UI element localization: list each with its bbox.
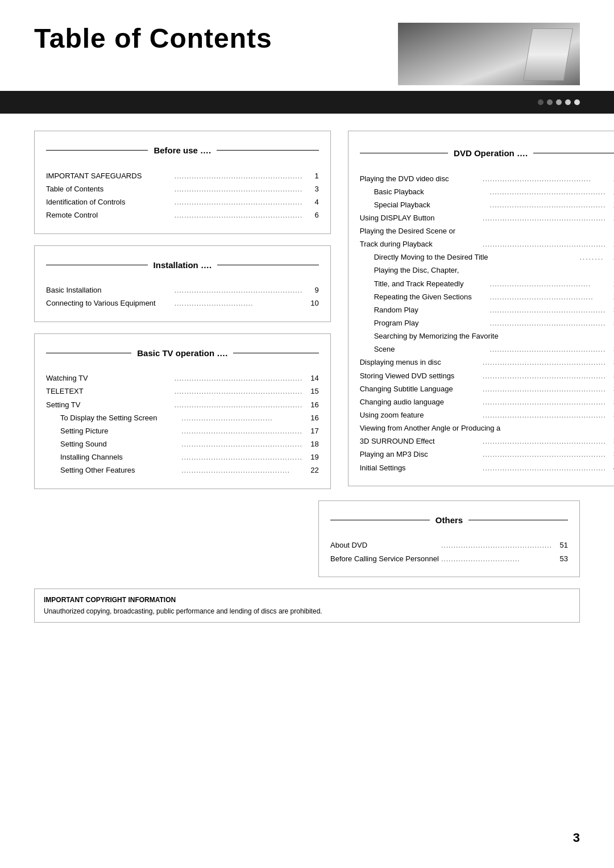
before-use-section: Before use …. IMPORTANT SAFEGUARDS .....…	[34, 131, 331, 234]
before-use-content: IMPORTANT SAFEGUARDS ...................…	[46, 164, 319, 222]
others-line-right	[468, 520, 568, 520]
toc-item-watching-tv: Watching TV ............................…	[46, 372, 319, 385]
dot4	[565, 99, 571, 105]
basic-tv-content: Watching TV ............................…	[46, 366, 319, 477]
toc-dvd-special-playback: Special Playback .......................…	[360, 198, 614, 211]
copyright-box: IMPORTANT COPYRIGHT INFORMATION Unauthor…	[34, 589, 580, 623]
right-column: DVD Operation …. Playing the DVD video d…	[348, 131, 614, 489]
others-line-left	[330, 520, 430, 520]
toc-dvd-initial: Initial Settings .......................…	[360, 461, 614, 474]
basic-tv-header: Basic TV operation ….	[46, 348, 319, 358]
toc-dvd-track-playback: Track during Playback ..................…	[360, 238, 614, 251]
toc-dvd-playing-disc: Playing the Disc, Chapter,	[360, 264, 614, 277]
toc-dvd-zoom: Using zoom feature .....................…	[360, 409, 614, 422]
install-line-right	[217, 265, 319, 265]
before-use-title: Before use ….	[148, 145, 217, 155]
toc-item-other-features: Setting Other Features .................…	[46, 464, 319, 477]
toc-dvd-mp3: Playing an MP3 Disc ....................…	[360, 448, 614, 461]
toc-item-setting-sound: Setting Sound ..........................…	[46, 438, 319, 451]
page-title: Table of Contents	[34, 23, 398, 54]
toc-dvd-repeating: Repeating the Given Sections ...........…	[360, 290, 614, 303]
dark-band-decoration	[0, 91, 614, 114]
others-title: Others	[430, 515, 468, 525]
dvd-header: DVD Operation ….	[360, 148, 614, 158]
page: Table of Contents Before use ….	[0, 0, 614, 868]
others-wrapper: Others About DVD .......................…	[0, 500, 614, 577]
install-line-left	[46, 265, 148, 265]
toc-item-safeguards: IMPORTANT SAFEGUARDS ...................…	[46, 169, 319, 182]
header-area: Table of Contents	[0, 0, 614, 85]
before-use-header: Before use ….	[46, 145, 319, 155]
toc-dvd-program: Program Play ...........................…	[360, 317, 614, 330]
toc-item-setting-picture: Setting Picture ........................…	[46, 424, 319, 437]
basic-tv-title: Basic TV operation ….	[131, 348, 233, 358]
left-column: Before use …. IMPORTANT SAFEGUARDS .....…	[34, 131, 331, 489]
toc-item-installing-channels: Installing Channels ....................…	[46, 451, 319, 464]
toc-dvd-desired-scene: Playing the Desired Scene or	[360, 225, 614, 238]
dvd-line-right	[533, 153, 614, 153]
header-line-right	[217, 150, 318, 151]
tv-line-right	[233, 353, 318, 353]
dvd-operation-section: DVD Operation …. Playing the DVD video d…	[348, 131, 614, 486]
toc-item-teletext: TELETEXT ...............................…	[46, 385, 319, 398]
toc-item-basic-install: Basic Installation .....................…	[46, 284, 319, 297]
copyright-text: Unauthorized copying, broadcasting, publ…	[44, 607, 570, 615]
toc-item-contents: Table of Contents ......................…	[46, 182, 319, 195]
dots-decoration	[538, 99, 580, 105]
main-content: Before use …. IMPORTANT SAFEGUARDS .....…	[0, 119, 614, 500]
tv-line-left	[46, 353, 131, 353]
toc-about-dvd: About DVD ..............................…	[330, 539, 568, 552]
toc-dvd-searching: Searching by Memorizing the Favorite	[360, 330, 614, 343]
toc-dvd-random: Random Play ............................…	[360, 303, 614, 316]
dvd-content: Playing the DVD video disc .............…	[360, 166, 614, 474]
dot3	[556, 99, 562, 105]
toc-before-calling: Before Calling Service Personnel .......…	[330, 552, 568, 565]
dot1	[538, 99, 544, 105]
toc-dvd-storing: Storing Viewed DVD settings ............…	[360, 369, 614, 382]
others-header: Others	[330, 515, 568, 525]
installation-title: Installation ….	[148, 260, 218, 270]
toc-item-connecting: Connecting to Various Equipment ........…	[46, 297, 319, 310]
toc-dvd-directly-moving: Directly Moving to the Desired Title ...…	[360, 251, 614, 264]
toc-dvd-playing: Playing the DVD video disc .............…	[360, 172, 614, 185]
installation-header: Installation ….	[46, 260, 319, 270]
toc-dvd-basic-playback: Basic Playback .........................…	[360, 185, 614, 198]
copyright-title: IMPORTANT COPYRIGHT INFORMATION	[44, 596, 570, 604]
toc-dvd-3d-surround: 3D SURROUND Effect .....................…	[360, 435, 614, 448]
dvd-title: DVD Operation ….	[448, 148, 533, 158]
dot2	[547, 99, 553, 105]
page-number: 3	[573, 831, 580, 845]
toc-dvd-display-button: Using DISPLAY Button ...................…	[360, 211, 614, 224]
others-content: About DVD ..............................…	[330, 533, 568, 565]
toc-item-setting-tv: Setting TV .............................…	[46, 398, 319, 411]
toc-item-identification: Identification of Controls .............…	[46, 195, 319, 208]
toc-dvd-displaying-menus: Displaying menus in disc ...............…	[360, 356, 614, 369]
basic-tv-section: Basic TV operation …. Watching TV ......…	[34, 333, 331, 489]
header-line-left	[46, 150, 148, 151]
toc-item-display-setting: To Display the Setting Screen ..........…	[46, 411, 319, 424]
installation-content: Basic Installation .....................…	[46, 278, 319, 310]
header-decorative-image	[398, 23, 580, 85]
toc-dvd-subtitle: Changing Subtitle Language .............…	[360, 382, 614, 395]
toc-dvd-scene: Scene ..................................…	[360, 343, 614, 356]
toc-item-remote: Remote Control .........................…	[46, 208, 319, 222]
toc-dvd-audio-lang: Changing audio language ................…	[360, 395, 614, 408]
toc-dvd-viewing-angle: Viewing from Another Angle or Producing …	[360, 422, 614, 435]
dot5	[574, 99, 580, 105]
toc-dvd-title-track: Title, and Track Repeatedly ............…	[360, 277, 614, 290]
dvd-line-left	[360, 153, 448, 153]
installation-section: Installation …. Basic Installation .....…	[34, 245, 331, 322]
others-section: Others About DVD .......................…	[318, 500, 580, 577]
